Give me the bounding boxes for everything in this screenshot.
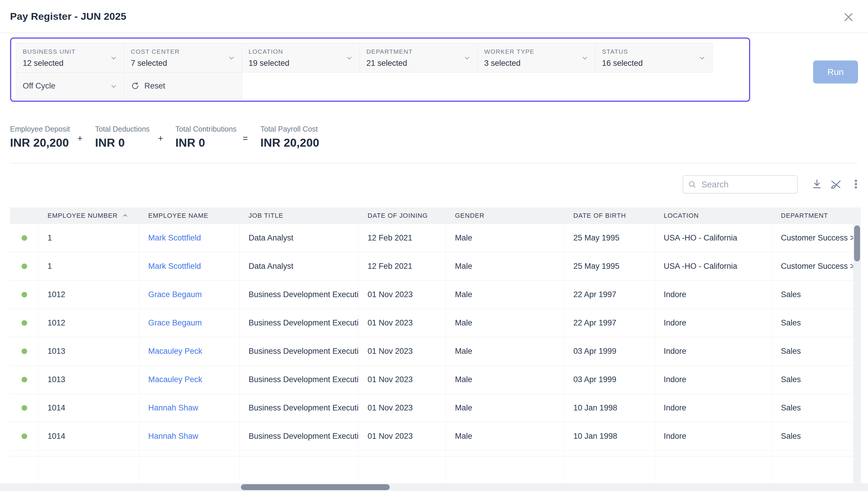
- reset-filters-button[interactable]: Reset: [124, 72, 242, 99]
- filter-panel: BUSINESS UNIT12 selectedCOST CENTER7 sel…: [10, 37, 750, 102]
- column-header-date-of-joining[interactable]: DATE OF JOINING: [359, 207, 446, 224]
- cell-gender: Male: [446, 281, 564, 309]
- cell-job-title: Business Development Executive: [240, 281, 359, 309]
- cell-job-title: Business Development Executive: [240, 309, 359, 337]
- filter-status[interactable]: STATUS16 selected: [595, 43, 713, 73]
- filter-business-unit[interactable]: BUSINESS UNIT12 selected: [16, 43, 124, 73]
- employee-name-link[interactable]: Macauley Peck: [148, 347, 202, 356]
- vertical-scrollbar-thumb[interactable]: [854, 225, 860, 261]
- cell-employee-name: Hannah Shaw: [139, 422, 240, 450]
- cell-date-of-birth: 10 Jan 1998: [564, 394, 655, 422]
- employee-name-link[interactable]: Grace Begaum: [148, 318, 202, 327]
- column-header-location[interactable]: LOCATION: [655, 207, 772, 224]
- horizontal-scrollbar-thumb[interactable]: [241, 484, 390, 490]
- cell-employee-name: Macauley Peck: [139, 337, 240, 365]
- filter-department[interactable]: DEPARTMENT21 selected: [360, 43, 478, 73]
- employee-name-link[interactable]: Macauley Peck: [148, 375, 202, 384]
- cell-location: Indore: [655, 309, 772, 337]
- customize-button[interactable]: [829, 178, 843, 191]
- sort-asc-icon: [122, 212, 129, 219]
- off-cycle-dropdown[interactable]: Off Cycle: [16, 72, 124, 99]
- cell-job-title: Business Development Executive: [240, 394, 359, 422]
- more-options-button[interactable]: [849, 178, 863, 191]
- chevron-down-icon: [228, 54, 235, 63]
- employee-name-link[interactable]: Hannah Shaw: [148, 403, 198, 412]
- cell-department: Sales: [772, 281, 861, 309]
- cell-date-of-birth: 03 Apr 1999: [564, 366, 655, 394]
- cell-location: Indore: [655, 394, 772, 422]
- cell-date-of-birth: 22 Apr 1997: [564, 309, 655, 337]
- column-header-gender[interactable]: GENDER: [446, 207, 564, 224]
- download-button[interactable]: [810, 178, 824, 191]
- filter-location[interactable]: LOCATION19 selected: [242, 43, 360, 73]
- employee-name-link[interactable]: Mark Scottfield: [148, 262, 201, 271]
- cell-date-of-joining: 01 Nov 2023: [359, 309, 446, 337]
- cell-date-of-birth: 25 May 1995: [564, 252, 655, 280]
- search-icon: [688, 179, 697, 190]
- filter-value: 16 selected: [602, 59, 706, 68]
- chevron-down-icon: [110, 54, 117, 63]
- filter-label: STATUS: [602, 48, 706, 55]
- cell-gender: Male: [446, 422, 564, 450]
- cell-location: USA -HO - California: [655, 252, 772, 280]
- cell-employee-name: Mark Scottfield: [139, 252, 240, 280]
- cell-status: [10, 252, 39, 280]
- cell-employee-number: 1012: [39, 281, 139, 309]
- filter-worker-type[interactable]: WORKER TYPE3 selected: [477, 43, 595, 73]
- employee-name-link[interactable]: Grace Begaum: [148, 290, 202, 299]
- search-input[interactable]: [701, 180, 792, 190]
- page-title: Pay Register - JUN 2025: [10, 11, 127, 22]
- status-dot-icon: [22, 235, 27, 241]
- cell-job-title: Business Development Executive: [240, 337, 359, 365]
- chevron-down-icon: [345, 54, 353, 63]
- cell-gender: Male: [446, 366, 564, 394]
- cell-status: [10, 224, 39, 252]
- empty-row: [10, 457, 861, 483]
- cell-department: Sales: [772, 309, 861, 337]
- cell-date-of-joining: 01 Nov 2023: [359, 394, 446, 422]
- cell-employee-number: 1014: [39, 422, 139, 450]
- chevron-down-icon: [463, 54, 471, 63]
- cell-status: [10, 281, 39, 309]
- column-header-employee-name[interactable]: EMPLOYEE NAME: [139, 207, 240, 224]
- run-button[interactable]: Run: [813, 60, 858, 84]
- download-icon: [811, 178, 823, 190]
- summary-total-contributions: Total ContributionsINR 0: [175, 125, 236, 149]
- employee-name-link[interactable]: Hannah Shaw: [148, 432, 198, 441]
- summary-operator: =: [243, 134, 248, 143]
- cell-date-of-birth: 22 Apr 1997: [564, 281, 655, 309]
- table-row: 1013Macauley PeckBusiness Development Ex…: [10, 366, 861, 394]
- filter-value: 21 selected: [366, 59, 471, 68]
- chevron-down-icon: [581, 54, 589, 63]
- column-header-job-title[interactable]: JOB TITLE: [240, 207, 359, 224]
- cell-department: Sales: [772, 394, 861, 422]
- vertical-scrollbar[interactable]: [853, 224, 861, 483]
- close-button[interactable]: [841, 10, 856, 24]
- cell-job-title: Data Analyst: [240, 252, 359, 280]
- cell-gender: Male: [446, 394, 564, 422]
- column-header-status: [10, 207, 39, 224]
- column-header-department[interactable]: DEPARTMENT: [772, 207, 861, 224]
- pay-register-table: EMPLOYEE NUMBEREMPLOYEE NAMEJOB TITLEDAT…: [10, 207, 861, 483]
- cell-department: Customer Success > I: [772, 224, 861, 252]
- cell-employee-name: Hannah Shaw: [139, 394, 240, 422]
- column-header-employee-number[interactable]: EMPLOYEE NUMBER: [39, 207, 139, 224]
- cell-date-of-joining: 01 Nov 2023: [359, 422, 446, 450]
- cell-location: USA -HO - California: [655, 224, 772, 252]
- summary-operator: +: [158, 134, 163, 143]
- summary-employee-deposit: Employee DepositINR 20,200: [10, 125, 70, 149]
- cell-date-of-joining: 12 Feb 2021: [359, 252, 446, 280]
- dialog-titlebar: Pay Register - JUN 2025: [0, 0, 868, 33]
- cell-gender: Male: [446, 224, 564, 252]
- cell-employee-name: Mark Scottfield: [139, 224, 240, 252]
- employee-name-link[interactable]: Mark Scottfield: [148, 233, 201, 242]
- table-row: 1012Grace BegaumBusiness Development Exe…: [10, 281, 861, 309]
- status-dot-icon: [22, 320, 27, 326]
- cell-job-title: Business Development Executive: [240, 422, 359, 450]
- filter-value: 3 selected: [484, 59, 589, 68]
- column-header-date-of-birth[interactable]: DATE OF BIRTH: [564, 207, 655, 224]
- cell-location: Indore: [655, 281, 772, 309]
- horizontal-scrollbar[interactable]: [0, 483, 868, 491]
- cell-location: Indore: [655, 337, 772, 365]
- filter-cost-center[interactable]: COST CENTER7 selected: [124, 43, 242, 73]
